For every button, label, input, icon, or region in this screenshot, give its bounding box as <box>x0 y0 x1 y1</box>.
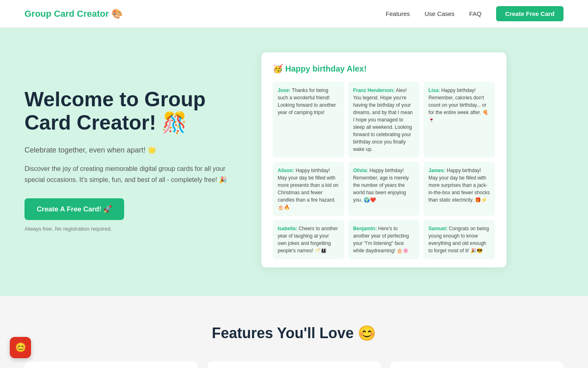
message-text: Happy birthday! May your day be filled w… <box>278 168 339 210</box>
hero-create-card-button[interactable]: Create A Free Card! 🚀 <box>24 198 124 220</box>
message-cell: Isabella: Cheers to another year of laug… <box>273 220 344 259</box>
message-sender: Alison: <box>278 168 294 173</box>
chat-bubble-icon: 😊 <box>15 342 26 353</box>
card-preview-title: 🥳 Happy birthday Alex! <box>273 64 495 74</box>
logo-emoji: 🎨 <box>111 9 122 19</box>
feature-card-user-friendly: 😎 User-Friendly <box>390 361 564 368</box>
nav-links: Features Use Cases FAQ Create Free Card <box>386 6 564 21</box>
message-cell: James: Happy birthday! May your day be f… <box>423 162 495 216</box>
nav-link-features[interactable]: Features <box>386 10 410 17</box>
message-sender: Isabella: <box>278 226 297 231</box>
card-preview: 🥳 Happy birthday Alex! Jose: Thanks for … <box>261 52 506 267</box>
hero-description: Discover the joy of creating memorable d… <box>24 163 237 185</box>
messages-grid: Jose: Thanks for being such a wonderful … <box>273 82 495 259</box>
message-cell: Samuel: Congrats on being young enough t… <box>423 220 495 259</box>
features-title: Features You'll Love 😊 <box>24 325 564 342</box>
nav-link-faq[interactable]: FAQ <box>469 10 481 17</box>
hero-section: Welcome to Group Card Creator! 🎊 Celebra… <box>0 28 588 296</box>
nav-logo[interactable]: Group Card Creator 🎨 <box>24 9 122 19</box>
features-section: Features You'll Love 😊 ⚡ Instant Collabo… <box>0 296 588 368</box>
message-sender: Benjamin: <box>353 226 377 231</box>
feature-card-collaboration: ⚡ Instant Collaboration <box>24 361 198 368</box>
message-sender: Lisa: <box>428 88 440 93</box>
hero-title: Welcome to Group Card Creator! 🎊 <box>24 88 237 135</box>
message-sender: James: <box>428 168 445 173</box>
hero-title-emoji: 🎊 <box>162 111 187 134</box>
message-sender: Samuel: <box>428 226 448 231</box>
hero-left: Welcome to Group Card Creator! 🎊 Celebra… <box>24 88 237 232</box>
chat-widget-button[interactable]: 😊 <box>10 337 31 358</box>
message-cell: Olivia: Happy birthday! Remember, age is… <box>348 162 420 216</box>
hero-footnote: Always free. No registration required. <box>24 226 237 232</box>
nav-link-usecases[interactable]: Use Cases <box>425 10 454 17</box>
logo-text: Group Card Creator <box>24 9 109 19</box>
message-sender: Franz Henderson: <box>353 88 395 93</box>
message-cell: Jose: Thanks for being such a wonderful … <box>273 82 344 158</box>
feature-card-free: FREE 100% Free <box>207 361 381 368</box>
hero-subtitle: Celebrate together, even when apart! 🌟 <box>24 145 237 156</box>
message-sender: Olivia: <box>353 168 368 173</box>
message-cell: Lisa: Happy birthday! Remember, calories… <box>423 82 495 158</box>
message-cell: Alison: Happy birthday! May your day be … <box>273 162 344 216</box>
message-cell: Franz Henderson: Alex! You legend. Hope … <box>348 82 420 158</box>
message-sender: Jose: <box>278 88 290 93</box>
navbar: Group Card Creator 🎨 Features Use Cases … <box>0 0 588 28</box>
message-cell: Benjamin: Here's to another year of perf… <box>348 220 420 259</box>
features-grid: ⚡ Instant Collaboration FREE 100% Free 😎… <box>24 361 564 368</box>
nav-create-free-card-button[interactable]: Create Free Card <box>496 6 564 21</box>
message-text: Alex! You legend. Hope you're having the… <box>353 88 413 152</box>
